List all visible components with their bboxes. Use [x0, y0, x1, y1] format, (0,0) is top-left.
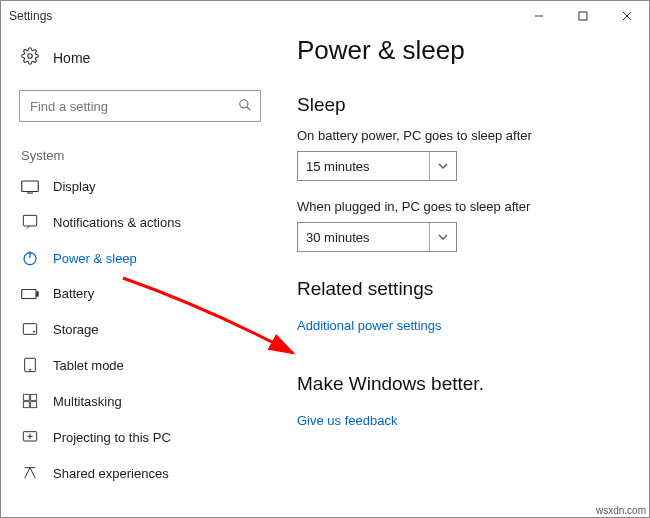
display-icon	[21, 180, 39, 194]
sidebar-item-power-sleep[interactable]: Power & sleep	[1, 240, 279, 276]
svg-point-15	[33, 331, 34, 332]
storage-icon	[21, 321, 39, 337]
page-title: Power & sleep	[297, 35, 629, 66]
sidebar-item-label: Display	[53, 179, 96, 194]
sidebar-item-notifications[interactable]: Notifications & actions	[1, 204, 279, 240]
watermark: wsxdn.com	[596, 505, 646, 516]
svg-rect-7	[22, 181, 39, 192]
svg-rect-9	[23, 215, 36, 226]
maximize-button[interactable]	[561, 1, 605, 31]
svg-point-5	[240, 99, 248, 107]
tablet-icon	[21, 357, 39, 373]
plugged-sleep-label: When plugged in, PC goes to sleep after	[297, 199, 629, 214]
svg-rect-13	[37, 291, 39, 296]
sidebar-item-projecting[interactable]: Projecting to this PC	[1, 419, 279, 455]
content-area: Home System Display Notifications & acti…	[1, 31, 649, 517]
svg-point-17	[29, 369, 30, 370]
gear-icon	[21, 47, 39, 68]
sidebar-item-label: Multitasking	[53, 394, 122, 409]
svg-rect-18	[23, 394, 29, 400]
sidebar-item-display[interactable]: Display	[1, 169, 279, 204]
sidebar-item-label: Battery	[53, 286, 94, 301]
sidebar-item-shared-experiences[interactable]: Shared experiences	[1, 455, 279, 491]
battery-sleep-dropdown[interactable]: 15 minutes	[297, 151, 457, 181]
svg-point-4	[28, 54, 33, 59]
svg-rect-20	[23, 402, 29, 408]
multitasking-icon	[21, 393, 39, 409]
plugged-sleep-value: 30 minutes	[306, 230, 370, 245]
sidebar-home-label: Home	[53, 50, 90, 66]
search-input[interactable]	[28, 98, 238, 115]
sidebar-item-home[interactable]: Home	[1, 39, 279, 82]
settings-window: Settings Home Syste	[0, 0, 650, 518]
sidebar-item-label: Power & sleep	[53, 251, 137, 266]
sidebar-item-battery[interactable]: Battery	[1, 276, 279, 311]
sidebar-item-multitasking[interactable]: Multitasking	[1, 383, 279, 419]
sidebar: Home System Display Notifications & acti…	[1, 31, 279, 517]
close-button[interactable]	[605, 1, 649, 31]
sidebar-item-label: Shared experiences	[53, 466, 169, 481]
sidebar-item-tablet-mode[interactable]: Tablet mode	[1, 347, 279, 383]
main-panel: Power & sleep Sleep On battery power, PC…	[279, 31, 649, 517]
projecting-icon	[21, 429, 39, 445]
sleep-heading: Sleep	[297, 94, 629, 116]
feedback-link[interactable]: Give us feedback	[297, 413, 397, 428]
search-input-wrapper[interactable]	[19, 90, 261, 122]
titlebar: Settings	[1, 1, 649, 31]
feedback-heading: Make Windows better.	[297, 373, 629, 395]
related-heading: Related settings	[297, 278, 629, 300]
search-icon	[238, 98, 252, 115]
sidebar-item-label: Notifications & actions	[53, 215, 181, 230]
close-icon	[622, 11, 632, 21]
svg-line-6	[247, 106, 251, 110]
minimize-button[interactable]	[517, 1, 561, 31]
plugged-sleep-dropdown[interactable]: 30 minutes	[297, 222, 457, 252]
sidebar-item-label: Projecting to this PC	[53, 430, 171, 445]
maximize-icon	[578, 11, 588, 21]
chevron-down-icon	[429, 223, 448, 251]
sidebar-item-label: Tablet mode	[53, 358, 124, 373]
shared-icon	[21, 465, 39, 481]
svg-rect-21	[31, 402, 37, 408]
svg-rect-19	[31, 394, 37, 400]
svg-rect-14	[23, 324, 36, 335]
svg-rect-12	[22, 289, 36, 298]
battery-sleep-label: On battery power, PC goes to sleep after	[297, 128, 629, 143]
window-title: Settings	[9, 9, 52, 23]
chevron-down-icon	[429, 152, 448, 180]
minimize-icon	[534, 11, 544, 21]
battery-sleep-value: 15 minutes	[306, 159, 370, 174]
notifications-icon	[21, 214, 39, 230]
sidebar-item-label: Storage	[53, 322, 99, 337]
battery-icon	[21, 288, 39, 300]
sidebar-item-storage[interactable]: Storage	[1, 311, 279, 347]
sidebar-nav: Display Notifications & actions Power & …	[1, 169, 279, 517]
svg-rect-1	[579, 12, 587, 20]
sidebar-section-label: System	[1, 134, 279, 169]
additional-power-settings-link[interactable]: Additional power settings	[297, 318, 442, 333]
power-icon	[21, 250, 39, 266]
